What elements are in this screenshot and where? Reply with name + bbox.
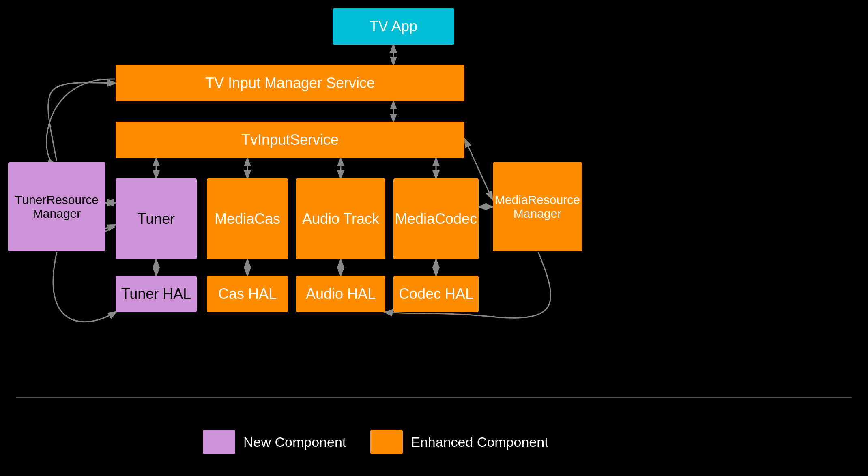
- tv-input-service-box: TvInputService: [116, 122, 464, 158]
- media-resource-box: MediaResource Manager: [493, 162, 582, 251]
- tv-app-box: TV App: [333, 8, 454, 45]
- tuner-resource-box: TunerResource Manager: [8, 162, 105, 251]
- cas-hal-box: Cas HAL: [207, 276, 288, 312]
- tuner-box: Tuner: [116, 178, 197, 259]
- tv-input-manager-box: TV Input Manager Service: [116, 65, 464, 101]
- section-divider: [16, 397, 852, 398]
- codec-hal-box: Codec HAL: [393, 276, 479, 312]
- diagram-container: TV App TV Input Manager Service TvInputS…: [0, 0, 868, 476]
- audio-hal-box: Audio HAL: [296, 276, 385, 312]
- legend-enhanced-component: Enhanced Component: [370, 430, 548, 454]
- legend-new-label: New Component: [243, 434, 346, 450]
- legend-enhanced-label: Enhanced Component: [411, 434, 548, 450]
- media-codec-box: MediaCodec: [393, 178, 479, 259]
- legend-purple-box: [203, 430, 235, 454]
- audio-track-box: Audio Track: [296, 178, 385, 259]
- media-cas-box: MediaCas: [207, 178, 288, 259]
- legend-orange-box: [370, 430, 403, 454]
- legend: New Component Enhanced Component: [203, 430, 548, 454]
- legend-new-component: New Component: [203, 430, 346, 454]
- tuner-hal-box: Tuner HAL: [116, 276, 197, 312]
